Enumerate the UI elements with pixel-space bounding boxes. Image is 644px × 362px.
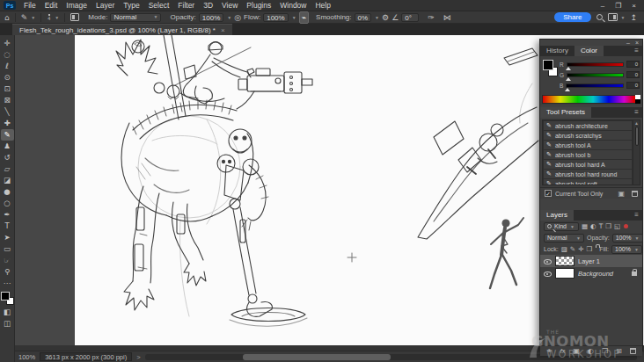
brush-angle-field[interactable]: 0° (401, 13, 419, 22)
foreground-color-swatch[interactable] (1, 292, 10, 300)
chevron-down-icon[interactable]: ▼ (621, 15, 626, 20)
filter-smart-object-icon[interactable]: ◱ (614, 222, 620, 230)
pressure-size-icon[interactable]: ✑ (428, 12, 435, 23)
green-value[interactable]: 0 (626, 71, 640, 78)
filter-toggle-icon[interactable] (624, 224, 628, 228)
menu-select[interactable]: Select (144, 0, 174, 11)
panel-menu-icon[interactable]: ≡ (631, 107, 642, 118)
red-value[interactable]: 0 (626, 61, 640, 68)
gradient-tool[interactable]: ◪ (1, 175, 14, 186)
slider-marker-icon[interactable] (566, 67, 571, 70)
color-swatches[interactable] (1, 292, 14, 305)
chevron-down-icon[interactable]: ▼ (375, 15, 379, 20)
crop-tool[interactable]: ⊡ (1, 83, 14, 95)
filter-group-layers-icon[interactable]: ❒ (605, 222, 611, 230)
slider-marker-icon[interactable] (566, 77, 571, 81)
chevron-down-icon[interactable]: ▼ (292, 15, 296, 20)
scroll-up-icon[interactable]: ▲ (634, 120, 639, 126)
current-tool-only-checkbox[interactable]: ✓ (545, 190, 552, 197)
layer-name[interactable]: Background (578, 270, 613, 278)
menu-3d[interactable]: 3D (199, 0, 217, 11)
new-group-icon[interactable]: ❒ (602, 347, 608, 355)
adjustment-layer-icon[interactable]: ◐ (588, 347, 594, 355)
search-icon[interactable] (596, 14, 603, 20)
dock-close-icon[interactable]: × (635, 40, 639, 46)
menu-file[interactable]: File (19, 0, 40, 11)
red-slider[interactable] (567, 62, 624, 67)
green-slider[interactable] (567, 73, 624, 77)
panel-menu-icon[interactable]: ≡ (631, 210, 642, 221)
chevron-down-icon[interactable]: ▼ (227, 15, 231, 20)
tool-preset-item[interactable]: ✎abrush tool A (544, 141, 632, 149)
layers-fill-dropdown[interactable]: 100% ▼ (611, 245, 642, 254)
active-tool-icon[interactable]: ✎ (21, 12, 28, 23)
tab-tool-presets[interactable]: Tool Presets (540, 107, 591, 118)
delete-preset-icon[interactable] (632, 191, 638, 197)
layer-row-layer-1[interactable]: Layer 1 (540, 255, 642, 267)
layer-row-background[interactable]: Background (540, 267, 642, 279)
panel-menu-icon[interactable]: ≡ (631, 46, 642, 56)
workspace-switcher-icon[interactable] (608, 13, 618, 21)
tab-close-icon[interactable]: × (221, 26, 225, 34)
dodge-tool[interactable]: ○ (1, 198, 14, 209)
pen-tool[interactable]: ✒ (1, 209, 14, 221)
tool-preset-item[interactable]: ✎abrush scratchys (544, 131, 632, 140)
menu-plugins[interactable]: Plugins (242, 0, 275, 11)
zoom-tool[interactable]: ⚲ (1, 266, 14, 278)
brush-tool[interactable]: ✎ (1, 129, 14, 141)
hand-tool[interactable]: ☞ (1, 255, 14, 266)
layer-thumbnail[interactable] (555, 256, 574, 266)
tool-preset-item[interactable]: ✎abrush tool hard round (544, 170, 632, 178)
lock-position-icon[interactable]: ✛ (578, 245, 583, 253)
filter-pixel-layers-icon[interactable]: ▦ (582, 222, 588, 230)
history-brush-tool[interactable]: ↺ (1, 152, 14, 163)
edit-toolbar-icon[interactable]: ⋯ (1, 278, 14, 289)
menu-filter[interactable]: Filter (173, 0, 199, 11)
tab-history[interactable]: History (540, 46, 574, 56)
color-spectrum-ramp[interactable] (542, 95, 640, 104)
lock-transparency-icon[interactable]: ▨ (561, 245, 567, 253)
share-button[interactable]: Share (554, 12, 590, 22)
menu-image[interactable]: Image (62, 0, 91, 11)
lasso-tool[interactable]: ℓ (1, 61, 14, 72)
eyedropper-tool[interactable]: ╲ (1, 106, 14, 118)
airbrush-toggle-icon[interactable]: ⌁ (299, 11, 309, 24)
tool-preset-item[interactable]: ✎abrush architecture (544, 121, 632, 130)
clone-stamp-tool[interactable]: ♟ (1, 141, 14, 152)
smoothing-dropdown[interactable]: 0% (355, 13, 372, 22)
home-icon[interactable]: ⌂ (4, 12, 10, 23)
tab-layers[interactable]: Layers (540, 210, 574, 221)
dock-minimize-icon[interactable]: – (626, 40, 630, 46)
link-layers-icon[interactable]: ⚭ (546, 347, 553, 355)
layer-style-fx-icon[interactable]: fx (560, 348, 565, 354)
scrollbar-thumb[interactable] (635, 127, 639, 146)
healing-brush-tool[interactable]: ✚ (1, 118, 14, 129)
menu-window[interactable]: Window (275, 0, 311, 11)
document-info-field[interactable]: 3613 px x 2000 px (300 ppi) (40, 352, 132, 361)
brush-preset-picker[interactable]: 4 (48, 14, 50, 20)
menu-edit[interactable]: Edit (40, 0, 62, 11)
eraser-tool[interactable]: ▱ (1, 163, 14, 175)
add-layer-mask-icon[interactable]: ▣ (573, 347, 580, 355)
opacity-dropdown[interactable]: 100% (199, 13, 223, 22)
quick-mask-button[interactable]: ◧ (1, 307, 14, 318)
menu-type[interactable]: Type (119, 0, 143, 11)
menu-view[interactable]: View (217, 0, 242, 11)
move-tool[interactable]: ✛ (1, 38, 14, 49)
layers-blend-mode-dropdown[interactable]: Normal ▼ (544, 234, 584, 243)
tool-preset-chevron-icon[interactable]: ▼ (31, 15, 35, 20)
layer-filter-kind-dropdown[interactable]: Kind ▼ (544, 222, 579, 231)
close-button[interactable]: × (632, 2, 636, 10)
tab-color[interactable]: Color (574, 46, 604, 56)
restore-button[interactable]: ❐ (615, 2, 621, 10)
screen-mode-button[interactable]: ◫ (1, 318, 14, 329)
delete-layer-icon[interactable] (630, 348, 636, 354)
filter-adjustment-layers-icon[interactable]: ◐ (590, 222, 596, 230)
filter-type-layers-icon[interactable]: T (599, 222, 604, 230)
blend-mode-dropdown[interactable]: Normal ▼ (110, 13, 161, 22)
presets-scrollbar[interactable]: ▲ (633, 120, 640, 185)
horizontal-scrollbar-thumb[interactable] (243, 354, 391, 360)
visibility-eye-icon[interactable] (544, 270, 552, 277)
visibility-eye-icon[interactable] (544, 257, 552, 264)
lock-artboard-icon[interactable]: ❒ (586, 245, 592, 253)
